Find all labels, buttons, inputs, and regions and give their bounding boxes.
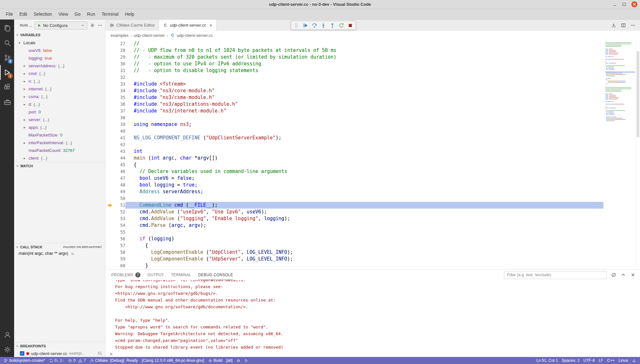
menu-help[interactable]: Help [122,9,138,19]
start-debugging-icon[interactable] [37,23,41,28]
status-problems-errors[interactable]: 0 [66,357,76,364]
code-line-34[interactable]: 34#include "ns3/core-module.h" [105,87,603,94]
stack-frame-main[interactable]: main(int argc, char ** argv) u. [14,251,105,259]
variable-row-csma[interactable]: ▸csma:{...} [14,93,105,100]
variables-section-header[interactable]: VARIABLES [14,31,105,39]
minimize-button[interactable] [612,2,617,7]
variable-row-d[interactable]: ▸d:{...} [14,100,105,108]
activity-bar-item-source-control[interactable]: 6 [0,50,14,65]
variable-row-cmd[interactable]: ▸cmd:{...} [14,70,105,77]
status-encoding[interactable]: UTF-8 [581,358,596,363]
gutter-glyph[interactable] [105,168,114,175]
code-line-47[interactable]: 47 bool useV6 = false; [105,175,603,182]
activity-bar-item-cmake-tools[interactable] [0,95,14,109]
code-line-53[interactable]: 53 cmd.AddValue ("logging", "Enable logg… [105,215,603,222]
gutter-glyph[interactable] [105,175,114,182]
panel-tab-problems[interactable]: PROBLEMS7 [111,270,140,280]
code-line-43[interactable]: 43int [105,148,603,155]
breakpoints-section-header[interactable]: BREAKPOINTS [14,342,105,350]
code-line-41[interactable]: 41NS_LOG_COMPONENT_DEFINE ("UdpClientSer… [105,135,603,141]
gutter-glyph[interactable] [105,249,114,256]
status-launch-target[interactable] [242,357,250,364]
gutter-glyph[interactable] [105,81,114,87]
close-icon[interactable]: × [209,22,212,28]
code-line-29[interactable]: 29// - maximum of 320 packets sent (or l… [105,54,603,61]
code-line-56[interactable]: 56 if (logging) [105,236,603,242]
status-remote-os[interactable]: Linux [617,358,630,363]
gutter-glyph[interactable] [105,61,114,67]
code-line-60[interactable]: 60 } [105,262,603,269]
menu-edit[interactable]: Edit [16,9,30,19]
gutter-glyph[interactable] [105,236,114,242]
gutter-glyph[interactable] [105,188,114,195]
gutter-glyph[interactable] [105,141,114,148]
code-line-28[interactable]: 28// - UDP flow from n0 to n1 of 1024 by… [105,47,603,54]
more-actions-icon[interactable] [630,23,636,28]
close-panel-icon[interactable] [630,272,636,277]
code-line-51[interactable]: 51 CommandLine cmd (__FILE__); [105,202,603,209]
step-over-button[interactable] [310,21,318,29]
split-editor-icon[interactable] [621,23,626,28]
code-line-59[interactable]: 59 LogComponentEnable ("UdpServer", LOG_… [105,256,603,262]
variable-row-interPacketInterval[interactable]: ▸interPacketInterval:{...} [14,139,105,146]
menu-file[interactable]: File [3,9,16,19]
code-line-52[interactable]: 52 cmd.AddValue ("useIpv6", "Use Ipv6", … [105,209,603,215]
status-eol[interactable]: LF [597,358,605,363]
code-line-54[interactable]: 54 cmd.Parse (argc, argv); [105,222,603,229]
call-stack-section-header[interactable]: CALL STACK PAUSED ON BREAKPOINT [14,243,105,251]
code-line-42[interactable]: 42 [105,141,603,148]
gutter-glyph[interactable] [105,40,114,47]
gutter-glyph[interactable] [105,195,114,202]
gutter-glyph[interactable] [105,108,114,114]
variable-row-apps[interactable]: ▸apps:{...} [14,123,105,131]
panel-tab-terminal[interactable]: TERMINAL [171,270,191,280]
code-line-46[interactable]: 46 // Declare variables used in command-… [105,168,603,175]
code-line-50[interactable]: 50 [105,195,603,202]
variable-row-useV6[interactable]: useV6:false [14,46,105,54]
gutter-glyph[interactable] [105,135,114,141]
variable-row-internet[interactable]: ▸internet:{...} [14,85,105,93]
close-button[interactable]: ✕ [631,1,637,7]
launch-configuration-dropdown[interactable]: No Configura [35,21,87,29]
watch-section-header[interactable]: WATCH [14,162,105,170]
code-line-58[interactable]: 58 LogComponentEnable ("UdpClient", LOG_… [105,249,603,256]
variable-row-port[interactable]: port:0 [14,108,105,116]
menu-selection[interactable]: Selection [30,9,55,19]
code-line-30[interactable]: 30// - option to use IPv4 or IPv6 addres… [105,61,603,67]
status-branch[interactable]: buildsystem-cmake* [2,357,47,364]
status-build-target[interactable]: [all] [224,357,234,364]
code-line-36[interactable]: 36#include "ns3/applications-module.h" [105,101,603,108]
gutter-glyph[interactable] [105,114,114,121]
panel-tab-output[interactable]: OUTPUT [147,270,164,280]
breakpoint-item[interactable]: ✓ udp-client-server.cc exampl... 51 [14,350,105,357]
code-line-27[interactable]: 27// [105,40,603,47]
gutter-glyph[interactable] [105,148,114,155]
debug-current-line-arrow-icon[interactable] [105,202,114,209]
activity-bar-item-accounts[interactable] [0,327,14,342]
activity-bar-item-search[interactable] [0,36,14,50]
panel-tab-debug-console[interactable]: DEBUG CONSOLE [198,270,233,280]
activity-bar-item-run-and-debug[interactable]: 1 [0,65,14,80]
gutter-glyph[interactable] [105,262,114,269]
status-language-mode[interactable]: C++ [605,358,617,363]
gutter-glyph[interactable] [105,74,114,81]
debug-settings-gear-icon[interactable] [90,23,95,28]
gutter-glyph[interactable] [105,128,114,135]
status-build[interactable]: Build [206,357,224,364]
continue-button[interactable] [301,21,309,29]
activity-bar-item-settings[interactable] [0,342,14,357]
code-line-48[interactable]: 48 bool logging = true; [105,182,603,188]
status-debug-target[interactable] [234,357,242,364]
breadcrumb-item-udp-client-server-cc[interactable]: Cudp-client-server.cc [170,33,213,38]
maximize-button[interactable] [622,2,626,6]
gutter-glyph[interactable] [105,209,114,215]
gutter-glyph[interactable] [105,47,114,54]
menu-terminal[interactable]: Terminal [98,9,122,19]
step-out-button[interactable] [328,21,336,29]
scrollbar-thumb[interactable] [636,51,639,137]
debug-console-input[interactable]: > [110,351,640,357]
variable-row-MaxPacketSize[interactable]: MaxPacketSize:0 [14,131,105,139]
editor-scrollbar[interactable] [636,40,640,269]
status-cmake-kit[interactable]: [Clang 12.0.0 x86_64-pc-linux-gnu] [140,357,206,364]
status-cursor-position[interactable]: Ln 51, Col 1 [534,358,560,363]
